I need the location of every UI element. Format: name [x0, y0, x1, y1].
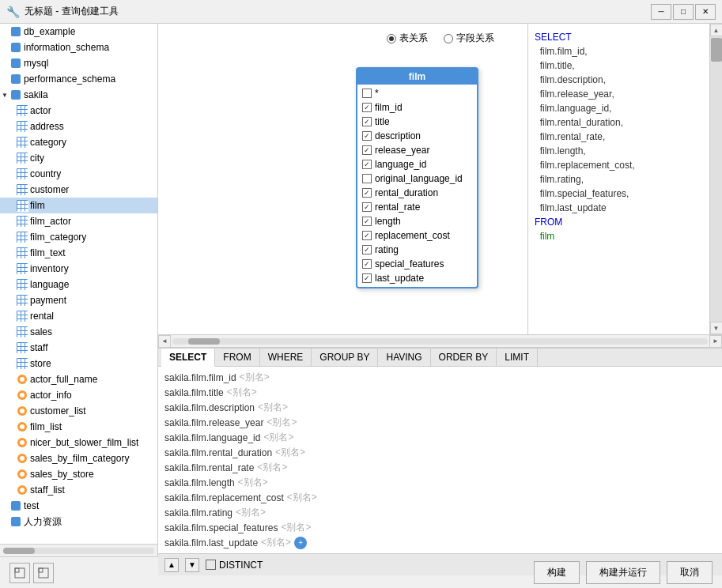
radio-table-relationship[interactable]: 表关系: [387, 32, 428, 45]
sidebar-item-performance-schema[interactable]: performance_schema: [0, 71, 157, 87]
scroll-thumb[interactable]: [711, 38, 722, 62]
field-language-id[interactable]: language_id: [362, 157, 472, 172]
sidebar-item-label: film_text: [30, 247, 66, 258]
field-rental-duration[interactable]: rental_duration: [362, 186, 472, 200]
sidebar-item-sales-by-store[interactable]: sales_by_store: [0, 466, 157, 482]
sidebar-item-payment[interactable]: payment: [0, 292, 157, 308]
db-icon: [9, 89, 22, 101]
scroll-track[interactable]: [710, 36, 723, 322]
checkbox-rental-duration[interactable]: [362, 188, 372, 198]
checkbox-language-id[interactable]: [362, 160, 372, 169]
field-star[interactable]: *: [362, 86, 472, 100]
sidebar-item-country[interactable]: country: [0, 166, 157, 182]
checkbox-title[interactable]: [362, 117, 372, 126]
checkbox-special-features[interactable]: [362, 259, 372, 269]
radio-field-relationship[interactable]: 字段关系: [444, 32, 494, 45]
field-original-language-id[interactable]: original_language_id: [362, 172, 472, 186]
checkbox-length[interactable]: [362, 217, 372, 226]
checkbox-film-id[interactable]: [362, 103, 372, 112]
field-length[interactable]: length: [362, 214, 472, 228]
cancel-button[interactable]: 取消: [667, 561, 713, 584]
sidebar-hscroll[interactable]: [0, 544, 157, 556]
field-rental-rate[interactable]: rental_rate: [362, 200, 472, 214]
sidebar-item-city[interactable]: city: [0, 150, 157, 166]
sidebar-item-information-schema[interactable]: information_schema: [0, 40, 157, 55]
sidebar-item-film-actor[interactable]: film_actor: [0, 213, 157, 229]
sidebar-item-category[interactable]: category: [0, 134, 157, 150]
checkbox-replacement-cost[interactable]: [362, 231, 372, 240]
distinct-option[interactable]: DISTINCT: [206, 560, 263, 571]
hscroll-track[interactable]: [172, 338, 708, 345]
icon-button-1[interactable]: [9, 563, 30, 583]
sidebar-item-inventory[interactable]: inventory: [0, 261, 157, 277]
sidebar-item-staff[interactable]: staff: [0, 340, 157, 356]
sidebar-hscroll-thumb[interactable]: [3, 548, 35, 554]
sidebar-item-actor-full-name[interactable]: actor_full_name: [0, 371, 157, 387]
sidebar-item-staff-list[interactable]: staff_list: [0, 482, 157, 498]
hscroll-right-arrow[interactable]: ►: [709, 335, 722, 348]
minimize-button[interactable]: ─: [651, 4, 671, 20]
sidebar-item-mysql[interactable]: mysql: [0, 55, 157, 71]
sidebar-item-actor-info[interactable]: actor_info: [0, 387, 157, 403]
sidebar-item-test[interactable]: test: [0, 498, 157, 514]
checkbox-original-language-id[interactable]: [362, 174, 372, 183]
tab-select[interactable]: SELECT: [161, 349, 215, 367]
sidebar-item-sales[interactable]: sales: [0, 324, 157, 340]
sidebar-item-actor[interactable]: actor: [0, 103, 157, 119]
field-title[interactable]: title: [362, 115, 472, 129]
sidebar-item-film-list[interactable]: film_list: [0, 419, 157, 435]
sidebar-item-language[interactable]: language: [0, 277, 157, 292]
tab-from[interactable]: FROM: [215, 349, 259, 366]
tab-where[interactable]: WHERE: [260, 349, 312, 366]
sidebar-item-customer-list[interactable]: customer_list: [0, 403, 157, 419]
tab-order-by[interactable]: ORDER BY: [431, 349, 497, 366]
field-replacement-cost[interactable]: replacement_cost: [362, 228, 472, 243]
field-release-year[interactable]: release_year: [362, 143, 472, 157]
scroll-up-arrow[interactable]: ▲: [710, 24, 723, 36]
view-icon: [16, 484, 28, 496]
checkbox-release-year[interactable]: [362, 145, 372, 155]
sidebar-item-db-example[interactable]: db_example: [0, 24, 157, 40]
checkbox-rental-rate[interactable]: [362, 202, 372, 212]
sidebar-item-film[interactable]: film: [0, 198, 157, 213]
field-rating[interactable]: rating: [362, 243, 472, 257]
build-button[interactable]: 构建: [534, 561, 580, 584]
checkbox-star[interactable]: [362, 89, 372, 98]
diagram-vscroll[interactable]: ▲ ▼: [709, 24, 722, 334]
add-row-button[interactable]: +: [294, 537, 307, 549]
sidebar-item-film-category[interactable]: film_category: [0, 229, 157, 245]
move-up-button[interactable]: ▲: [164, 558, 179, 572]
hscroll-left-arrow[interactable]: ◄: [158, 335, 171, 348]
sidebar-item-sakila[interactable]: ▼ sakila: [0, 87, 157, 103]
checkbox-rating[interactable]: [362, 245, 372, 254]
move-down-button[interactable]: ▼: [185, 558, 199, 572]
scroll-down-arrow[interactable]: ▼: [710, 322, 723, 334]
maximize-button[interactable]: □: [673, 4, 694, 20]
hscroll-thumb[interactable]: [188, 338, 220, 345]
diagram-hscroll[interactable]: ◄ ►: [158, 334, 722, 347]
field-film-id[interactable]: film_id: [362, 100, 472, 115]
build-run-button[interactable]: 构建并运行: [586, 561, 660, 584]
checkbox-last-update[interactable]: [362, 273, 372, 283]
sidebar-item-nicer-but-slower[interactable]: nicer_but_slower_film_list: [0, 435, 157, 450]
distinct-checkbox[interactable]: [206, 560, 216, 570]
tab-having[interactable]: HAVING: [378, 349, 430, 366]
close-button[interactable]: ✕: [695, 4, 716, 20]
field-special-features[interactable]: special_features: [362, 257, 472, 271]
checkbox-description[interactable]: [362, 131, 372, 141]
field-last-update[interactable]: last_update: [362, 271, 472, 285]
main-container: db_example information_schema mysql perf…: [0, 24, 722, 556]
sidebar-item-rental[interactable]: rental: [0, 308, 157, 324]
tab-group-by[interactable]: GROUP BY: [312, 349, 378, 366]
sidebar-item-customer[interactable]: customer: [0, 182, 157, 198]
sidebar-item-film-text[interactable]: film_text: [0, 245, 157, 261]
sidebar-scroll[interactable]: db_example information_schema mysql perf…: [0, 24, 157, 544]
sidebar-item-address[interactable]: address: [0, 119, 157, 134]
sidebar-item-store[interactable]: store: [0, 356, 157, 371]
sidebar-hscroll-track[interactable]: [3, 548, 154, 554]
sidebar-item-renli[interactable]: 人力资源: [0, 514, 157, 530]
field-description[interactable]: description: [362, 129, 472, 143]
tab-limit[interactable]: LIMIT: [497, 349, 538, 366]
sidebar-item-sales-by-film[interactable]: sales_by_film_category: [0, 450, 157, 466]
icon-button-2[interactable]: [33, 563, 54, 583]
